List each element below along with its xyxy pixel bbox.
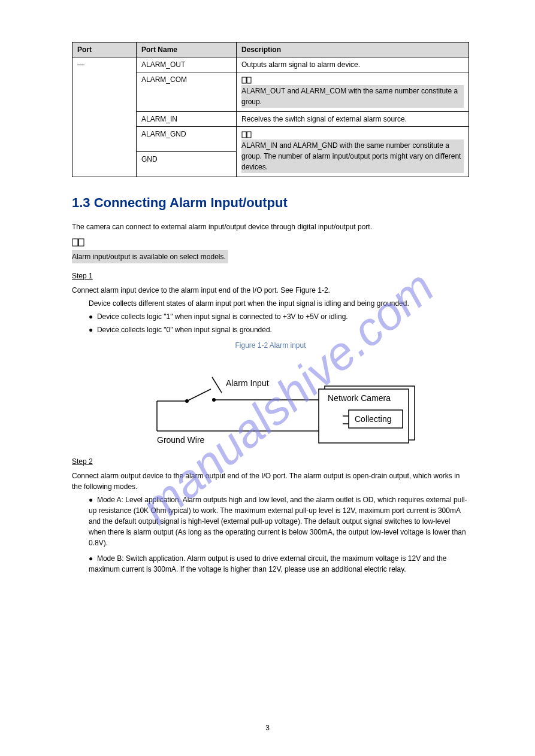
step1-detail: Device collects different states of alar… bbox=[89, 298, 469, 309]
alarm-input-diagram: Alarm Input Ground Wire Network Camera C… bbox=[121, 353, 421, 449]
step1-text: Connect alarm input device to the alarm … bbox=[72, 285, 469, 296]
port-desc-cell: Receives the switch signal of external a… bbox=[237, 111, 469, 126]
port-desc-cell: ALARM_IN and ALARM_GND with the same num… bbox=[237, 126, 469, 177]
diagram-label-collecting: Collecting bbox=[355, 414, 391, 424]
note-book-icon bbox=[72, 238, 85, 247]
table-header-port: Port bbox=[72, 42, 137, 57]
step2-label: Step 2 bbox=[72, 456, 469, 467]
note-book-icon bbox=[241, 76, 252, 84]
port-name-cell: ALARM_OUT bbox=[137, 57, 237, 72]
step1-bullet2: Device collects logic "0" when input sig… bbox=[97, 326, 272, 334]
heading-text: Connecting Alarm Input/output bbox=[94, 195, 288, 210]
svg-line-23 bbox=[212, 377, 222, 393]
note-text: ALARM_IN and ALARM_GND with the same num… bbox=[241, 139, 464, 173]
figure-caption: Figure 1-2 Alarm input bbox=[72, 340, 469, 351]
note-book-icon bbox=[241, 130, 252, 139]
port-name-cell: GND bbox=[137, 151, 237, 177]
section-heading: 1.3 Connecting Alarm Input/output bbox=[72, 195, 469, 211]
svg-rect-1 bbox=[242, 77, 246, 83]
step2-text: Connect alarm output device to the alarm… bbox=[72, 470, 469, 492]
svg-rect-4 bbox=[242, 132, 246, 138]
diagram-label-ground-wire: Ground Wire bbox=[157, 435, 205, 445]
diagram-label-network-camera: Network Camera bbox=[328, 393, 391, 403]
step2-bullet1: Mode A: Level application. Alarm outputs… bbox=[89, 496, 467, 547]
step2-bullet2: Mode B: Switch application. Alarm output… bbox=[89, 554, 447, 573]
svg-rect-2 bbox=[247, 77, 251, 83]
heading-number: 1.3 bbox=[72, 195, 90, 210]
step1-bullet1: Device collects logic "1" when input sig… bbox=[97, 312, 348, 321]
svg-rect-5 bbox=[247, 132, 251, 138]
svg-rect-8 bbox=[78, 239, 84, 246]
port-desc-cell: Outputs alarm signal to alarm device. bbox=[237, 57, 469, 72]
note-highlight: Alarm input/output is available on selec… bbox=[72, 250, 228, 263]
port-name-cell: ALARM_IN bbox=[137, 111, 237, 126]
diagram-label-alarm-input: Alarm Input bbox=[226, 378, 269, 388]
port-name-cell: ALARM_GND bbox=[137, 126, 237, 151]
table-row: — ALARM_OUT Outputs alarm signal to alar… bbox=[72, 57, 469, 72]
port-desc-cell: ALARM_OUT and ALARM_COM with the same nu… bbox=[237, 72, 469, 112]
step1-label: Step 1 bbox=[72, 271, 469, 281]
table-header-desc: Description bbox=[237, 42, 469, 57]
svg-rect-7 bbox=[72, 239, 78, 246]
section-intro: The camera can connect to external alarm… bbox=[72, 221, 469, 232]
port-cell: — bbox=[72, 57, 137, 177]
page-number: 3 bbox=[0, 724, 535, 732]
port-name-cell: ALARM_COM bbox=[137, 72, 237, 112]
note-block: Alarm input/output is available on selec… bbox=[72, 237, 469, 263]
svg-line-12 bbox=[187, 389, 211, 401]
table-header-name: Port Name bbox=[137, 42, 237, 57]
port-description-table: Port Port Name Description — ALARM_OUT O… bbox=[72, 42, 469, 177]
note-text: ALARM_OUT and ALARM_COM with the same nu… bbox=[241, 85, 464, 108]
